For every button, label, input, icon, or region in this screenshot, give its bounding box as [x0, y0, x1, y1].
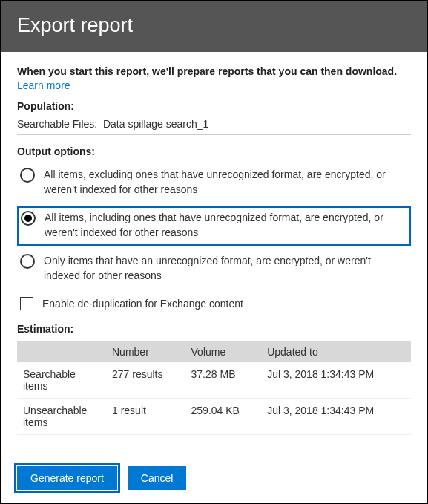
dedup-checkbox-row[interactable]: Enable de-duplication for Exchange conte… — [20, 297, 411, 312]
col-volume: Volume — [185, 341, 262, 362]
dedup-label: Enable de-duplication for Exchange conte… — [42, 297, 243, 312]
generate-report-button[interactable]: Generate report — [17, 466, 117, 490]
cell-number: 1 result — [106, 399, 185, 435]
estimation-table: Number Volume Updated to Searchable item… — [17, 341, 411, 435]
cell-updated: Jul 3, 2018 1:34:43 PM — [261, 399, 411, 435]
col-updated: Updated to — [261, 341, 411, 362]
learn-more-link[interactable]: Learn more — [17, 79, 70, 91]
population-name: Data spillage search_1 — [103, 118, 208, 130]
divider — [17, 134, 411, 135]
estimation-label: Estimation: — [17, 323, 411, 335]
cell-volume: 37.28 MB — [185, 362, 262, 399]
output-option-only-unrecognized[interactable]: Only items that have an unrecognized for… — [17, 249, 411, 289]
population-prefix: Searchable Files: — [17, 118, 97, 130]
col-number: Number — [106, 341, 185, 362]
dialog-body: When you start this report, we'll prepar… — [1, 52, 427, 466]
dialog-title: Export report — [17, 14, 411, 37]
output-option-include[interactable]: All items, including ones that have unre… — [17, 206, 411, 246]
checkbox-icon — [20, 297, 33, 310]
radio-icon — [20, 254, 35, 269]
cell-updated: Jul 3, 2018 1:34:43 PM — [261, 362, 411, 399]
col-blank — [17, 341, 106, 362]
output-option-label: All items, including ones that have unre… — [45, 211, 407, 240]
table-header-row: Number Volume Updated to — [17, 341, 411, 362]
cell-name: Searchable items — [17, 362, 106, 399]
output-option-label: All items, excluding ones that have unre… — [44, 168, 408, 197]
export-report-dialog: Export report When you start this report… — [0, 0, 428, 504]
output-option-exclude[interactable]: All items, excluding ones that have unre… — [17, 163, 411, 203]
button-row: Generate report Cancel — [1, 466, 427, 503]
dialog-header: Export report — [1, 1, 427, 52]
radio-icon-checked — [21, 211, 36, 226]
table-row: Unsearchable items 1 result 259.04 KB Ju… — [17, 399, 411, 435]
population-label: Population: — [17, 100, 411, 112]
cell-name: Unsearchable items — [17, 399, 106, 435]
output-options-label: Output options: — [17, 145, 411, 157]
intro-text: When you start this report, we'll prepar… — [17, 65, 411, 77]
population-value: Searchable Files: Data spillage search_1 — [17, 118, 411, 130]
radio-icon — [20, 168, 35, 183]
cell-number: 277 results — [106, 362, 185, 399]
output-option-label: Only items that have an unrecognized for… — [44, 254, 408, 283]
table-row: Searchable items 277 results 37.28 MB Ju… — [17, 362, 411, 399]
cell-volume: 259.04 KB — [185, 399, 262, 435]
cancel-button[interactable]: Cancel — [128, 466, 187, 490]
